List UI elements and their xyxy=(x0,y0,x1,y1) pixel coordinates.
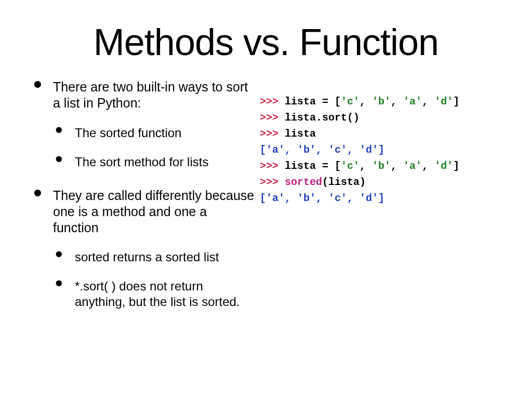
code-function: sorted xyxy=(285,176,322,188)
sub-bullet-list: sorted returns a sorted list *.sort( ) d… xyxy=(53,249,255,310)
code-text: , xyxy=(360,160,372,172)
repl-prompt: >>> xyxy=(260,96,285,108)
code-string: 'a' xyxy=(403,160,422,172)
code-text: ] xyxy=(453,160,459,172)
code-output: ['a', 'b', 'c', 'd'] xyxy=(260,192,384,204)
bullet-text: There are two built-in ways to sort a li… xyxy=(53,79,248,110)
code-string: 'b' xyxy=(372,96,391,108)
slide: Methods vs. Function There are two built… xyxy=(0,0,532,399)
repl-prompt: >>> xyxy=(260,160,285,172)
sub-bullet-item: The sorted function xyxy=(53,125,255,141)
repl-prompt: >>> xyxy=(260,128,285,140)
code-block: >>> lista = ['c', 'b', 'a', 'd'] >>> lis… xyxy=(260,94,501,206)
slide-body: There are two built-in ways to sort a li… xyxy=(31,79,501,383)
code-text: , xyxy=(391,160,403,172)
bullets-column: There are two built-in ways to sort a li… xyxy=(31,79,255,383)
sub-bullet-item: The sort method for lists xyxy=(53,154,255,170)
bullet-text: They are called differently because one … xyxy=(53,188,254,235)
code-output: ['a', 'b', 'c', 'd'] xyxy=(260,144,384,156)
code-text: lista = [ xyxy=(285,96,341,108)
code-string: 'd' xyxy=(434,160,453,172)
code-text: lista = [ xyxy=(285,160,341,172)
sub-bullet-item: *.sort( ) does not return anything, but … xyxy=(53,278,255,310)
code-text: , xyxy=(422,96,434,108)
code-string: 'd' xyxy=(434,96,453,108)
code-string: 'a' xyxy=(403,96,422,108)
bullet-text: *.sort( ) does not return anything, but … xyxy=(75,279,240,309)
code-string: 'b' xyxy=(372,160,391,172)
code-text: lista xyxy=(285,128,316,140)
code-text: lista.sort() xyxy=(285,112,360,124)
bullet-item: They are called differently because one … xyxy=(31,188,255,310)
sub-bullet-list: The sorted function The sort method for … xyxy=(53,125,255,170)
code-column: >>> lista = ['c', 'b', 'a', 'd'] >>> lis… xyxy=(260,79,501,383)
code-text: ] xyxy=(453,96,459,108)
slide-title: Methods vs. Function xyxy=(31,21,501,63)
bullet-text: The sort method for lists xyxy=(75,155,208,169)
code-text: (lista) xyxy=(322,176,366,188)
code-string: 'c' xyxy=(341,160,360,172)
repl-prompt: >>> xyxy=(260,176,285,188)
bullet-text: The sorted function xyxy=(75,126,181,140)
code-string: 'c' xyxy=(341,96,360,108)
bullet-text: sorted returns a sorted list xyxy=(75,250,219,264)
code-text: , xyxy=(422,160,434,172)
bullet-list: There are two built-in ways to sort a li… xyxy=(31,79,255,310)
repl-prompt: >>> xyxy=(260,112,285,124)
code-text: , xyxy=(391,96,403,108)
sub-bullet-item: sorted returns a sorted list xyxy=(53,249,255,265)
bullet-item: There are two built-in ways to sort a li… xyxy=(31,79,255,170)
code-text: , xyxy=(360,96,372,108)
